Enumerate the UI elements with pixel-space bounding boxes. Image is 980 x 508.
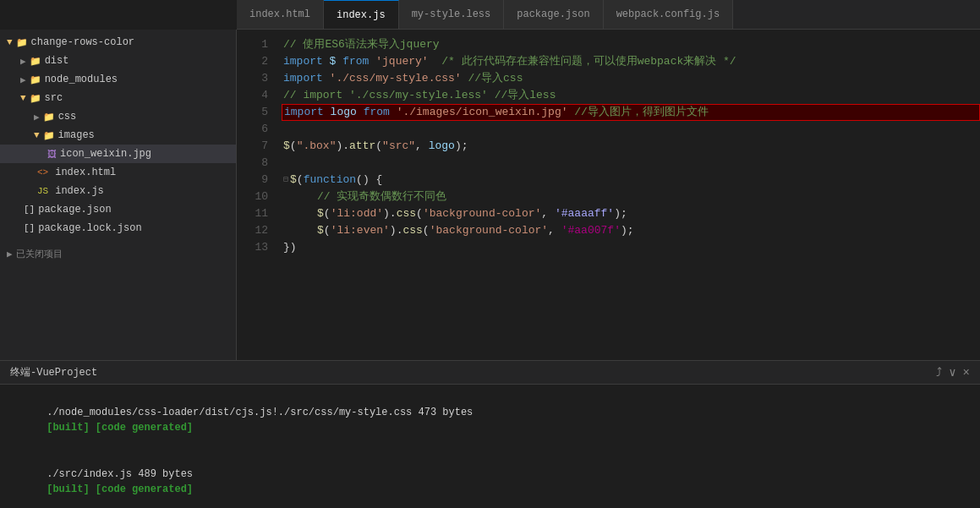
var-dollar: $ — [323, 53, 342, 70]
terminal-line-2: ./src/index.js 489 bytes [built] [code g… — [10, 451, 970, 508]
code-line-12: $ ( 'li:even' ). css ( 'background-color… — [283, 222, 980, 239]
tab-my-style-less[interactable]: my-style.less — [399, 0, 505, 29]
code-content: 1 2 3 4 5 6 7 8 9 10 11 12 13 // 使用ES6语法… — [237, 30, 980, 360]
code-line-2: import $ from 'jquery' /* 此行代码存在兼容性问题，可以… — [283, 53, 980, 70]
func-dollar-9: $ — [290, 172, 297, 188]
line-num-10: 10 — [237, 188, 268, 205]
sidebar-item-index-js[interactable]: JS index.js — [0, 182, 236, 200]
line-num-12: 12 — [237, 222, 268, 239]
sidebar-label-node-modules: node_modules — [45, 74, 118, 85]
chevron-right-icon: ▶ — [20, 56, 26, 67]
sidebar-item-node-modules[interactable]: ▶ 📁 node_modules — [0, 70, 236, 89]
line-num-3: 3 — [237, 70, 268, 87]
punct-9a: ( — [297, 172, 304, 188]
terminal-header: 终端-VueProject ⤴ ∨ × — [0, 361, 980, 385]
json-lock-file-icon: [] — [24, 223, 35, 233]
closed-projects-section[interactable]: ▶ 已关闭项目 — [0, 244, 236, 264]
sidebar: ▼ 📁 change-rows-color ▶ 📁 dist ▶ 📁 node_… — [0, 30, 237, 360]
main-layout: ▼ 📁 change-rows-color ▶ 📁 dist ▶ 📁 node_… — [0, 30, 980, 360]
sidebar-item-index-html[interactable]: <> index.html — [0, 163, 236, 182]
sidebar-label-index-html: index.html — [55, 167, 116, 178]
code-line-4: // import './css/my-style.less' //导入less — [283, 87, 980, 104]
sidebar-item-images[interactable]: ▼ 📁 images — [0, 126, 236, 145]
str-jquery: 'jquery' — [369, 53, 428, 70]
terminal-controls: ⤴ ∨ × — [936, 365, 970, 380]
sidebar-label-src: src — [45, 92, 63, 104]
code-line-13: }) — [283, 239, 980, 256]
kw-from-2: from — [342, 53, 369, 70]
code-editor[interactable]: // 使用ES6语法来导入jquery import $ from 'jquer… — [275, 30, 980, 360]
chevron-right-icon-css: ▶ — [34, 112, 40, 123]
sidebar-label-dist: dist — [45, 55, 69, 67]
comment-odd-even: // 实现奇数偶数行不同色 — [317, 188, 446, 205]
str-src: "src" — [382, 138, 415, 155]
sidebar-item-css[interactable]: ▶ 📁 css — [0, 107, 236, 126]
chevron-down-icon-src: ▼ — [20, 93, 26, 103]
func-dollar-7: $ — [283, 138, 290, 155]
folder-icon-nm: 📁 — [30, 74, 41, 85]
code-line-1: // 使用ES6语法来导入jquery — [283, 36, 980, 53]
code-line-7: $ ( ".box" ) . attr ( "src" , logo ); — [283, 138, 980, 155]
line-num-8: 8 — [237, 155, 268, 172]
terminal-title: 终端-VueProject — [10, 365, 97, 380]
line-num-13: 13 — [237, 239, 268, 256]
str-bg-color-11: 'background-color' — [423, 205, 541, 222]
tab-bar: index.html index.js my-style.less packag… — [237, 0, 980, 30]
code-comment-1: // 使用ES6语法来导入jquery — [283, 36, 440, 53]
punct-12e: ); — [621, 222, 634, 239]
var-logo-ref: logo — [429, 138, 455, 155]
terminal-chevron-down-icon[interactable]: ∨ — [949, 365, 955, 380]
tab-label-webpack-config-js: webpack.config.js — [616, 8, 720, 20]
tab-index-html[interactable]: index.html — [237, 0, 324, 29]
term-built-2: [built] [code generated] — [47, 483, 193, 495]
folder-icon-css: 📁 — [43, 112, 55, 123]
tab-webpack-config-js[interactable]: webpack.config.js — [604, 0, 733, 29]
html-file-icon: <> — [37, 167, 48, 178]
str-color-aaaaff: '#aaaaff' — [555, 205, 614, 222]
sidebar-item-change-rows-color[interactable]: ▼ 📁 change-rows-color — [0, 33, 236, 52]
tab-label-package-json: package.json — [517, 8, 589, 20]
tab-package-json[interactable]: package.json — [504, 0, 603, 29]
func-css-12: css — [402, 222, 422, 239]
comment-less: // import './css/my-style.less' //导入less — [283, 87, 556, 104]
punct-11a: ( — [324, 205, 331, 222]
terminal-external-icon[interactable]: ⤴ — [936, 366, 942, 380]
tab-index-js[interactable]: index.js — [324, 0, 399, 29]
punct-7b: ) — [336, 138, 342, 155]
json-file-icon: [] — [24, 205, 35, 215]
file-tree: ▼ 📁 change-rows-color ▶ 📁 dist ▶ 📁 node_… — [0, 30, 236, 241]
line-numbers: 1 2 3 4 5 6 7 8 9 10 11 12 13 — [237, 30, 275, 360]
sidebar-item-package-json[interactable]: [] package.json — [0, 200, 236, 219]
terminal-line-1: ./node_modules/css-loader/dist/cjs.js!./… — [10, 390, 970, 451]
str-css: './css/my-style.css' — [323, 70, 462, 87]
punct-7c: . — [342, 138, 349, 155]
close-bracket: }) — [283, 239, 297, 256]
tab-label-index-html: index.html — [249, 8, 310, 20]
sidebar-item-src[interactable]: ▼ 📁 src — [0, 89, 236, 107]
comment-logo: //导入图片，得到图片文件 — [567, 104, 708, 121]
punct-12a: ( — [324, 222, 331, 239]
chevron-down-icon-images: ▼ — [34, 130, 40, 140]
punct-7e: , — [415, 138, 429, 155]
sidebar-item-dist[interactable]: ▶ 📁 dist — [0, 52, 236, 70]
tab-label-my-style-less: my-style.less — [412, 8, 491, 20]
var-logo: logo — [324, 104, 364, 121]
punct-12d: , — [548, 222, 561, 239]
code-line-5: import logo from './images/icon_weixin.j… — [282, 104, 980, 121]
str-li-odd: 'li:odd' — [331, 205, 383, 222]
terminal-close-icon[interactable]: × — [963, 366, 970, 380]
fold-icon-9[interactable]: ⊟ — [283, 172, 288, 188]
func-dollar-12: $ — [317, 222, 324, 239]
folder-icon-images: 📁 — [43, 130, 55, 141]
punct-11b: ). — [383, 205, 397, 222]
sidebar-item-icon-weixin[interactable]: 🖼 icon_weixin.jpg — [0, 145, 236, 163]
punct-11d: , — [541, 205, 555, 222]
code-line-3: import './css/my-style.css' //导入css — [283, 70, 980, 87]
kw-import-3: import — [283, 70, 323, 87]
line-num-7: 7 — [237, 138, 268, 155]
sidebar-item-package-lock[interactable]: [] package.lock.json — [0, 219, 236, 238]
comment-jquery: /* 此行代码存在兼容性问题，可以使用webpack来解决 */ — [429, 53, 736, 70]
closed-projects-label: 已关闭项目 — [16, 248, 63, 260]
line-num-5: 5 — [237, 104, 268, 121]
line-num-11: 11 — [237, 205, 268, 222]
